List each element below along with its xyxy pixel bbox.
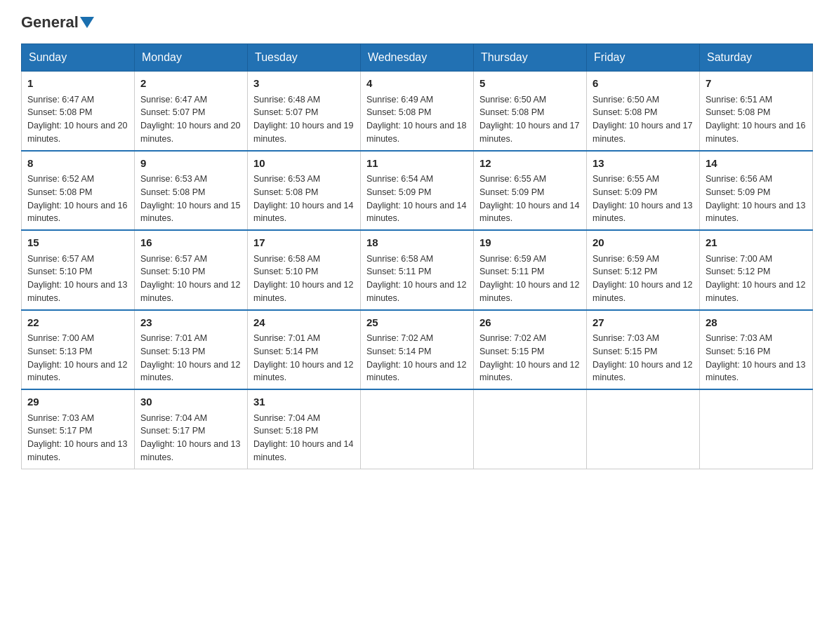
day-number: 7 [706, 76, 807, 92]
calendar-cell: 1Sunrise: 6:47 AMSunset: 5:08 PMDaylight… [22, 72, 135, 151]
sunrise-label: Sunrise: 7:02 AM [366, 333, 433, 343]
day-number: 16 [140, 235, 241, 251]
calendar-cell: 4Sunrise: 6:49 AMSunset: 5:08 PMDaylight… [361, 72, 474, 151]
sunrise-label: Sunrise: 6:52 AM [27, 174, 94, 184]
calendar-cell: 19Sunrise: 6:59 AMSunset: 5:11 PMDayligh… [474, 230, 587, 310]
calendar-cell: 23Sunrise: 7:01 AMSunset: 5:13 PMDayligh… [135, 310, 248, 390]
day-number: 3 [253, 76, 355, 92]
calendar-cell: 16Sunrise: 6:57 AMSunset: 5:10 PMDayligh… [135, 230, 248, 310]
page-header: General [21, 14, 813, 31]
day-number: 29 [27, 394, 128, 410]
day-number: 17 [253, 235, 355, 251]
sunrise-label: Sunrise: 6:59 AM [479, 254, 546, 264]
calendar-cell [587, 389, 700, 469]
sunset-label: Sunset: 5:17 PM [140, 426, 205, 436]
sunrise-label: Sunrise: 6:47 AM [27, 95, 94, 105]
daylight-label: Daylight: 10 hours and 14 minutes. [253, 201, 353, 224]
sunset-label: Sunset: 5:14 PM [253, 347, 318, 356]
calendar-week-row: 1Sunrise: 6:47 AMSunset: 5:08 PMDaylight… [22, 72, 813, 151]
calendar-cell: 2Sunrise: 6:47 AMSunset: 5:07 PMDaylight… [135, 72, 248, 151]
day-number: 22 [27, 315, 128, 331]
sunrise-label: Sunrise: 6:58 AM [253, 254, 320, 264]
sunrise-label: Sunrise: 6:56 AM [706, 174, 772, 184]
daylight-label: Daylight: 10 hours and 19 minutes. [253, 121, 353, 144]
days-header-row: SundayMondayTuesdayWednesdayThursdayFrid… [22, 44, 813, 72]
daylight-label: Daylight: 10 hours and 12 minutes. [593, 280, 692, 303]
day-number: 26 [479, 315, 581, 331]
daylight-label: Daylight: 10 hours and 18 minutes. [366, 121, 466, 144]
sunrise-label: Sunrise: 7:03 AM [27, 413, 94, 423]
day-number: 6 [593, 76, 694, 92]
calendar-cell: 6Sunrise: 6:50 AMSunset: 5:08 PMDaylight… [587, 72, 700, 151]
day-number: 8 [27, 156, 128, 172]
sunrise-label: Sunrise: 7:01 AM [140, 333, 207, 343]
daylight-label: Daylight: 10 hours and 20 minutes. [27, 121, 127, 144]
sunset-label: Sunset: 5:08 PM [479, 107, 544, 117]
calendar-cell: 5Sunrise: 6:50 AMSunset: 5:08 PMDaylight… [474, 72, 587, 151]
calendar-cell: 8Sunrise: 6:52 AMSunset: 5:08 PMDaylight… [22, 151, 135, 231]
calendar-cell: 20Sunrise: 6:59 AMSunset: 5:12 PMDayligh… [587, 230, 700, 310]
calendar-cell: 24Sunrise: 7:01 AMSunset: 5:14 PMDayligh… [248, 310, 361, 390]
daylight-label: Daylight: 10 hours and 13 minutes. [140, 439, 240, 462]
sunrise-label: Sunrise: 6:57 AM [140, 254, 207, 264]
calendar-week-row: 29Sunrise: 7:03 AMSunset: 5:17 PMDayligh… [22, 389, 813, 469]
day-header-sunday: Sunday [22, 44, 135, 72]
sunrise-label: Sunrise: 7:00 AM [27, 333, 94, 343]
daylight-label: Daylight: 10 hours and 12 minutes. [366, 280, 466, 303]
daylight-label: Daylight: 10 hours and 17 minutes. [479, 121, 579, 144]
logo-text: General [21, 14, 95, 31]
sunset-label: Sunset: 5:13 PM [140, 347, 205, 356]
daylight-label: Daylight: 10 hours and 16 minutes. [706, 121, 805, 144]
day-header-wednesday: Wednesday [361, 44, 474, 72]
calendar-cell: 9Sunrise: 6:53 AMSunset: 5:08 PMDaylight… [135, 151, 248, 231]
daylight-label: Daylight: 10 hours and 12 minutes. [593, 360, 692, 383]
daylight-label: Daylight: 10 hours and 12 minutes. [706, 280, 805, 303]
sunset-label: Sunset: 5:10 PM [140, 267, 205, 276]
daylight-label: Daylight: 10 hours and 14 minutes. [253, 439, 353, 462]
day-header-friday: Friday [587, 44, 700, 72]
sunrise-label: Sunrise: 6:53 AM [140, 174, 207, 184]
daylight-label: Daylight: 10 hours and 12 minutes. [479, 360, 579, 383]
daylight-label: Daylight: 10 hours and 16 minutes. [27, 201, 127, 224]
daylight-label: Daylight: 10 hours and 12 minutes. [253, 360, 353, 383]
day-number: 1 [27, 76, 128, 92]
day-number: 30 [140, 394, 241, 410]
day-number: 15 [27, 235, 128, 251]
calendar-week-row: 8Sunrise: 6:52 AMSunset: 5:08 PMDaylight… [22, 151, 813, 231]
sunrise-label: Sunrise: 6:55 AM [593, 174, 659, 184]
sunset-label: Sunset: 5:08 PM [140, 187, 205, 197]
day-number: 20 [593, 235, 694, 251]
logo-triangle-icon [80, 17, 94, 28]
daylight-label: Daylight: 10 hours and 12 minutes. [140, 360, 240, 383]
daylight-label: Daylight: 10 hours and 13 minutes. [593, 201, 692, 224]
daylight-label: Daylight: 10 hours and 13 minutes. [27, 439, 127, 462]
day-number: 4 [366, 76, 468, 92]
day-number: 9 [140, 156, 241, 172]
sunset-label: Sunset: 5:12 PM [706, 267, 770, 276]
daylight-label: Daylight: 10 hours and 20 minutes. [140, 121, 240, 144]
calendar-cell: 29Sunrise: 7:03 AMSunset: 5:17 PMDayligh… [22, 389, 135, 469]
day-header-thursday: Thursday [474, 44, 587, 72]
sunset-label: Sunset: 5:10 PM [253, 267, 318, 276]
sunset-label: Sunset: 5:08 PM [706, 107, 770, 117]
sunset-label: Sunset: 5:09 PM [479, 187, 544, 197]
sunset-label: Sunset: 5:10 PM [27, 267, 92, 276]
day-number: 21 [706, 235, 807, 251]
calendar-cell: 22Sunrise: 7:00 AMSunset: 5:13 PMDayligh… [22, 310, 135, 390]
calendar-cell [361, 389, 474, 469]
day-number: 23 [140, 315, 241, 331]
sunset-label: Sunset: 5:07 PM [253, 107, 318, 117]
sunset-label: Sunset: 5:12 PM [593, 267, 657, 276]
sunset-label: Sunset: 5:13 PM [27, 347, 92, 356]
sunrise-label: Sunrise: 7:03 AM [706, 333, 772, 343]
calendar-cell: 30Sunrise: 7:04 AMSunset: 5:17 PMDayligh… [135, 389, 248, 469]
day-header-saturday: Saturday [700, 44, 813, 72]
sunset-label: Sunset: 5:09 PM [706, 187, 770, 197]
daylight-label: Daylight: 10 hours and 12 minutes. [479, 280, 579, 303]
calendar-cell: 25Sunrise: 7:02 AMSunset: 5:14 PMDayligh… [361, 310, 474, 390]
sunrise-label: Sunrise: 7:04 AM [253, 413, 320, 423]
daylight-label: Daylight: 10 hours and 13 minutes. [706, 201, 805, 224]
sunset-label: Sunset: 5:09 PM [366, 187, 431, 197]
calendar-cell: 18Sunrise: 6:58 AMSunset: 5:11 PMDayligh… [361, 230, 474, 310]
calendar-cell: 11Sunrise: 6:54 AMSunset: 5:09 PMDayligh… [361, 151, 474, 231]
